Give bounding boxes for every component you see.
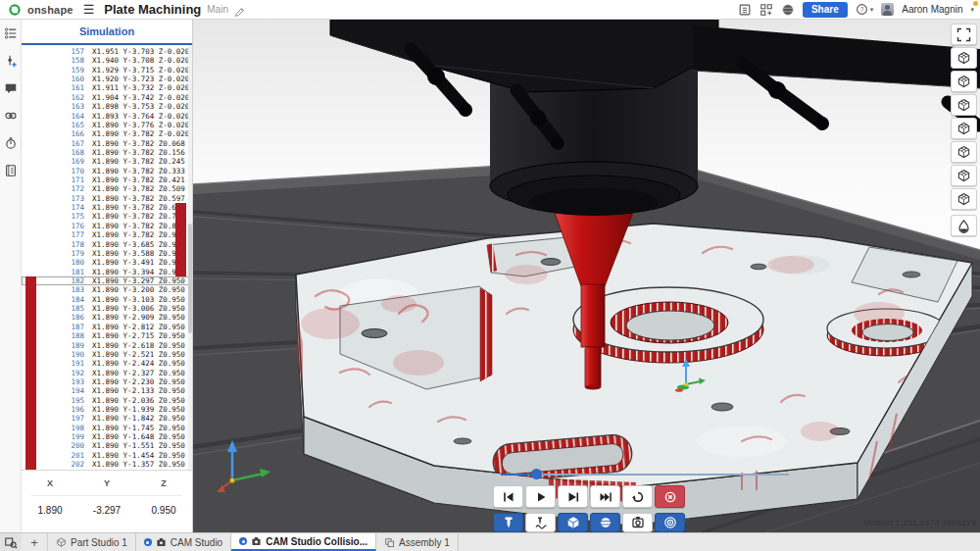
gcode-line[interactable]: 201 X1.890 Y-1.454 Z0.950	[22, 451, 192, 460]
view-orientation-button[interactable]	[951, 188, 977, 210]
add-tab-button[interactable]: +	[22, 533, 48, 551]
apps-grid-icon[interactable]	[760, 3, 773, 17]
comments-icon[interactable]	[3, 80, 19, 96]
gcode-line[interactable]: 182 X1.890 Y-3.297 Z0.950	[22, 276, 192, 285]
gcode-line[interactable]: 191 X1.890 Y-2.424 Z0.950	[22, 359, 192, 368]
gcode-line[interactable]: 177 X1.890 Y-3.782 Z0.950	[22, 230, 192, 239]
gcode-line-list[interactable]: 157 X1.951 Y-3.703 Z-0.020 158 X1.940 Y-…	[22, 45, 192, 470]
play-button[interactable]	[525, 485, 556, 508]
share-button[interactable]: Share	[803, 2, 848, 18]
simulation-timer-icon[interactable]	[3, 135, 19, 151]
gcode-line[interactable]: 174 X1.890 Y-3.782 Z0.685	[22, 203, 192, 212]
gcode-line[interactable]: 198 X1.890 Y-1.745 Z0.950	[22, 424, 192, 432]
gcode-line[interactable]: 163 X1.898 Y-3.753 Z-0.020	[22, 102, 192, 111]
gcode-line[interactable]: 161 X1.911 Y-3.732 Z-0.020	[22, 83, 192, 92]
slider-knob[interactable]	[531, 469, 542, 479]
add-geometry-icon[interactable]	[3, 53, 19, 69]
gcode-line[interactable]: 179 X1.890 Y-3.588 Z0.950	[22, 249, 192, 258]
3d-viewport[interactable]: Version 1.191.1474.3969229	[193, 20, 980, 532]
gcode-line[interactable]: 184 X1.890 Y-3.103 Z0.950	[22, 295, 192, 304]
gcode-line[interactable]: 180 X1.890 Y-3.491 Z0.950	[22, 258, 192, 267]
step-forward-button[interactable]	[558, 485, 588, 508]
zoom-to-fit-button[interactable]	[951, 24, 977, 45]
gcode-line[interactable]: 202 X1.890 Y-1.357 Z0.950	[22, 460, 192, 469]
gcode-line[interactable]: 169 X1.890 Y-3.782 Z0.245	[22, 157, 192, 166]
show-machine-toggle[interactable]	[622, 513, 653, 532]
show-collisions-toggle[interactable]	[655, 513, 685, 532]
user-menu-caret-icon[interactable]: ▾	[970, 6, 974, 14]
gcode-line[interactable]: 170 X1.890 Y-3.782 Z0.333	[22, 167, 192, 175]
gcode-line[interactable]: 157 X1.951 Y-3.703 Z-0.020	[22, 47, 192, 56]
gcode-line[interactable]: 162 X1.904 Y-3.742 Z-0.020	[22, 93, 192, 102]
gcode-line[interactable]: 196 X1.890 Y-1.939 Z0.950	[22, 405, 192, 414]
help-menu[interactable]: ? ▾	[856, 3, 874, 16]
gcode-line[interactable]: 190 X1.890 Y-2.521 Z0.950	[22, 350, 192, 359]
slider-track[interactable]	[501, 474, 789, 476]
gcode-line[interactable]: 187 X1.890 Y-2.812 Z0.950	[22, 323, 192, 331]
edit-pencil-icon[interactable]	[234, 4, 245, 15]
stop-simulation-button[interactable]	[655, 485, 685, 508]
gcode-line[interactable]: 197 X1.890 Y-1.842 Z0.950	[22, 414, 192, 423]
gcode-line[interactable]: 165 X1.890 Y-3.776 Z-0.020	[22, 121, 192, 129]
show-stock-toggle[interactable]	[558, 513, 588, 532]
versions-list-icon[interactable]	[738, 3, 752, 17]
replay-button[interactable]	[622, 485, 653, 508]
gcode-line[interactable]: 192 X1.890 Y-2.327 Z0.950	[22, 369, 192, 377]
show-material-toggle[interactable]	[590, 513, 620, 532]
appearance-button[interactable]	[951, 215, 977, 236]
gcode-line[interactable]: 175 X1.890 Y-3.782 Z0.774	[22, 212, 192, 221]
gcode-line[interactable]: 159 X1.929 Y-3.715 Z-0.020	[22, 66, 192, 75]
operations-icon[interactable]	[3, 25, 19, 41]
show-tool-toggle[interactable]	[493, 513, 523, 532]
tab-part-studio-1[interactable]: Part Studio 1	[48, 533, 136, 551]
scrollbar-thumb[interactable]	[188, 224, 192, 334]
gcode-line[interactable]: 183 X1.890 Y-3.200 Z0.950	[22, 285, 192, 294]
linked-documents-icon[interactable]	[3, 108, 19, 124]
tab-cam-studio[interactable]: CAM Studio	[136, 533, 231, 551]
notes-icon[interactable]	[3, 163, 19, 178]
workspace-name[interactable]: Main	[207, 4, 228, 15]
view-orientation-button[interactable]	[951, 165, 977, 186]
gcode-line[interactable]: 181 X1.890 Y-3.394 Z0.950	[22, 268, 192, 276]
gcode-line[interactable]: 194 X1.890 Y-2.133 Z0.950	[22, 386, 192, 395]
show-toolpath-toggle[interactable]	[525, 513, 556, 532]
skip-to-end-button[interactable]	[590, 485, 620, 508]
gcode-line[interactable]: 166 X1.890 Y-3.782 Z-0.020	[22, 129, 192, 138]
view-orientation-button[interactable]	[951, 71, 977, 92]
gcode-line[interactable]: 193 X1.890 Y-2.230 Z0.950	[22, 377, 192, 386]
gcode-line[interactable]: 160 X1.920 Y-3.723 Z-0.020	[22, 75, 192, 83]
gcode-line[interactable]: 158 X1.940 Y-3.708 Z-0.020	[22, 56, 192, 65]
gcode-line[interactable]: 168 X1.890 Y-3.782 Z0.156	[22, 148, 192, 157]
gcode-line[interactable]: 189 X1.890 Y-2.618 Z0.950	[22, 341, 192, 350]
view-orientation-button[interactable]	[951, 47, 977, 69]
gcode-line[interactable]: 188 X1.890 Y-2.715 Z0.950	[22, 331, 192, 340]
gcode-line[interactable]: 195 X1.890 Y-2.036 Z0.950	[22, 396, 192, 405]
view-orientation-button[interactable]	[951, 94, 977, 116]
view-orientation-button[interactable]	[951, 141, 977, 163]
gcode-line[interactable]: 164 X1.893 Y-3.764 Z-0.020	[22, 112, 192, 121]
timeline-slider[interactable]	[501, 469, 681, 480]
gcode-line[interactable]: 200 X1.890 Y-1.551 Z0.950	[22, 441, 192, 450]
globe-icon[interactable]	[781, 3, 795, 17]
gcode-line[interactable]: 167 X1.890 Y-3.782 Z0.068	[22, 139, 192, 148]
tab-assembly-1[interactable]: Assembly 1	[376, 533, 459, 551]
user-avatar[interactable]	[881, 3, 894, 16]
gcode-line-text: X1.890 Y-1.551 Z0.950	[92, 441, 192, 450]
gcode-line[interactable]: 178 X1.890 Y-3.685 Z0.950	[22, 240, 192, 249]
gcode-line[interactable]: 185 X1.890 Y-3.006 Z0.950	[22, 304, 192, 313]
gcode-line[interactable]: 171 X1.890 Y-3.782 Z0.421	[22, 175, 192, 184]
gcode-line[interactable]: 172 X1.890 Y-3.782 Z0.509	[22, 184, 192, 193]
gcode-line[interactable]: 176 X1.890 Y-3.782 Z0.862	[22, 222, 192, 230]
onshape-logo-icon[interactable]	[8, 3, 22, 17]
manage-tabs-icon[interactable]	[0, 533, 22, 551]
main-menu-icon[interactable]: ☰	[83, 3, 95, 16]
gcode-line[interactable]: 186 X1.890 Y-2.909 Z0.950	[22, 313, 192, 322]
tab-cam-studio-collision[interactable]: CAM Studio Collisio...	[231, 533, 376, 551]
gcode-scrollbar[interactable]	[188, 45, 192, 470]
gcode-line[interactable]: 173 X1.890 Y-3.782 Z0.597	[22, 194, 192, 203]
document-title[interactable]: Plate Machining	[104, 2, 201, 17]
view-orientation-button[interactable]	[951, 118, 977, 139]
skip-to-start-button[interactable]	[493, 485, 523, 508]
user-name[interactable]: Aaron Magnin	[902, 4, 962, 15]
gcode-line[interactable]: 199 X1.890 Y-1.648 Z0.950	[22, 432, 192, 441]
